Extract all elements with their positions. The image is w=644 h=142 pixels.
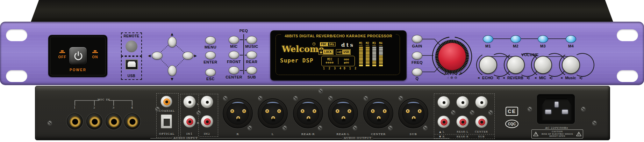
- ac-pin-left: [545, 110, 551, 114]
- peq-button-music[interactable]: [246, 36, 257, 44]
- speaker-max-icon: ◄): [496, 76, 499, 80]
- meter-segment: [372, 54, 376, 55]
- rca-core: [478, 99, 485, 106]
- screw-icon: [470, 110, 474, 115]
- mic-status-label: MIC: [322, 58, 338, 61]
- usb-badge: USB: [336, 49, 351, 55]
- memory-led-m3[interactable]: [538, 35, 548, 43]
- nav-left-button[interactable]: [152, 52, 163, 60]
- meter-segment: [379, 53, 383, 54]
- nav-up-button[interactable]: [168, 37, 177, 47]
- rca-output-bottom-label: SUB: [478, 135, 485, 138]
- meter-segment: [366, 62, 370, 63]
- ac-pin-right: [562, 110, 568, 114]
- peq-button-rear[interactable]: [246, 51, 257, 59]
- memory-led-m1[interactable]: [483, 35, 493, 43]
- input-l-label: L: [197, 103, 199, 106]
- memory-led-m2[interactable]: [510, 35, 521, 43]
- xlr-output-r: [223, 98, 253, 128]
- meter-segment: [359, 51, 363, 52]
- xlr-output-label: R: [236, 133, 239, 136]
- meter-segment: [372, 49, 376, 50]
- mic-in-jack-ring: [89, 116, 100, 127]
- nav-right-button[interactable]: [183, 52, 193, 60]
- rca-output-top-label: REAR-L: [457, 130, 468, 133]
- optical-label: OPTICAL: [159, 132, 175, 135]
- rca-core: [459, 99, 466, 106]
- gfq-button-freq[interactable]: [412, 52, 422, 60]
- optical-port: [161, 114, 172, 128]
- speaker-max-icon: ◄): [579, 76, 582, 80]
- menu-col-button-esc[interactable]: [205, 68, 216, 76]
- xlr-pin: [348, 109, 351, 113]
- meter-segment: [379, 54, 383, 55]
- output-meters: M1 M2 M3 M4: [359, 42, 383, 66]
- meter-segment: [372, 47, 376, 48]
- meter-segment: [372, 52, 376, 53]
- gfq-button-q[interactable]: [412, 68, 422, 76]
- rca-core: [441, 119, 448, 126]
- usb-port[interactable]: [125, 59, 138, 70]
- memory-led-m4[interactable]: [566, 35, 576, 43]
- xlr-glint: [373, 102, 384, 106]
- xlr-output-label: CENTER: [371, 133, 386, 136]
- mic-in-jack-2: [86, 113, 102, 129]
- meter-segment: [366, 49, 370, 50]
- rca-core: [204, 118, 211, 125]
- rca-output-red-1: [437, 115, 450, 128]
- meter-segment: [359, 55, 363, 57]
- power-button[interactable]: [69, 47, 87, 65]
- ac-rating-label: AC 220V/50Hz: [545, 126, 568, 129]
- peq-button-label: CENTER: [226, 75, 242, 79]
- mic-in-jack-ring: [70, 116, 81, 127]
- gfq-hint-icons: ☝ ⊕ ⊖: [447, 76, 457, 80]
- meter-segment: [366, 61, 370, 62]
- nav-down-button[interactable]: [168, 65, 177, 76]
- rca-core: [186, 99, 193, 106]
- meter-segment: [366, 55, 370, 57]
- rca-input-white-1: [183, 96, 196, 108]
- meter-segment: [366, 59, 370, 60]
- volume-knob-reverb[interactable]: [507, 56, 525, 74]
- ac-inlet: [536, 94, 575, 125]
- peq-button-sub[interactable]: [246, 66, 257, 74]
- xlr-notch: [377, 119, 381, 121]
- rca-output-white-3: [475, 96, 488, 109]
- volume-knob-echo[interactable]: [479, 56, 497, 74]
- volume-knob-music[interactable]: [562, 56, 580, 74]
- meter-segment: [379, 63, 383, 64]
- gfq-button-gain[interactable]: [412, 35, 422, 43]
- xlr-pin: [313, 109, 316, 113]
- fbc-badge: FBC 5Hz: [320, 42, 336, 46]
- peq-button-mic[interactable]: [229, 36, 239, 44]
- mic-in-number: 4: [131, 106, 133, 109]
- speaker-min-icon: ◄: [502, 76, 505, 80]
- on-switch-icon: [92, 50, 98, 53]
- xlr-pin: [242, 109, 246, 113]
- mic-in-jack-ring: [108, 116, 120, 127]
- rca-input-label: IN1: [186, 132, 193, 135]
- peq-button-center[interactable]: [229, 66, 239, 74]
- lcd-welcome-text: Welcome: [282, 44, 324, 54]
- rca-core: [459, 119, 466, 126]
- fbc-text: FBC: [320, 42, 328, 46]
- mic-in-number: 3: [113, 106, 115, 109]
- xlr-notch: [237, 119, 240, 121]
- gfq-knob[interactable]: [438, 43, 466, 70]
- volume-knob-mic[interactable]: [534, 56, 552, 74]
- xlr-notch: [412, 119, 416, 121]
- peq-button-front[interactable]: [229, 51, 239, 59]
- xlr-notch: [272, 119, 275, 121]
- on-label: ON: [92, 55, 98, 59]
- meter-segment: [359, 59, 363, 60]
- meter-segment: [379, 62, 383, 63]
- peq-button-label: MIC: [230, 44, 237, 48]
- menu-col-label: MENU: [205, 45, 216, 49]
- d-channel-numbers: D 1 2: [344, 67, 357, 70]
- meter-segment: [372, 62, 376, 63]
- menu-col-button-enter[interactable]: [205, 51, 216, 59]
- rca-input-red-2: [201, 115, 213, 128]
- menu-col-button-menu[interactable]: [205, 36, 216, 44]
- screw-icon: [364, 96, 368, 100]
- exclamation-warning-icon: [576, 132, 581, 136]
